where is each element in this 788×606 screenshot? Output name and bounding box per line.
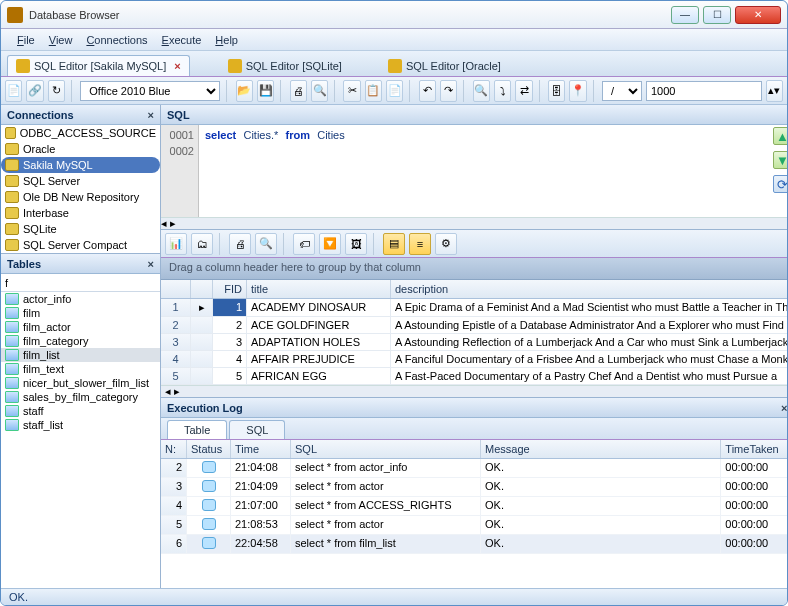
row-marker[interactable]: ▸: [191, 299, 213, 316]
tool-connections-icon[interactable]: 🔗: [26, 80, 43, 102]
log-col-timetaken[interactable]: TimeTaken: [721, 440, 788, 458]
export-excel-icon[interactable]: 📊: [165, 233, 187, 255]
refresh-icon[interactable]: ⟳: [773, 175, 788, 193]
cell-description[interactable]: A Astounding Epistle of a Database Admin…: [391, 317, 788, 333]
cell-description[interactable]: A Astounding Reflection of a Lumberjack …: [391, 334, 788, 350]
connection-item[interactable]: Interbase: [1, 205, 160, 221]
connection-item[interactable]: SQL Server Compact: [1, 237, 160, 253]
tables-filter-input[interactable]: [1, 274, 160, 292]
cell-title[interactable]: ACADEMY DINOSAUR: [247, 299, 391, 316]
cell-fid[interactable]: 4: [213, 351, 247, 367]
tool-refresh-icon[interactable]: ↻: [48, 80, 65, 102]
sql-editor[interactable]: select Cities.* from Cities: [199, 125, 788, 217]
tag-icon[interactable]: 🏷: [293, 233, 315, 255]
connection-item[interactable]: Sakila MySQL: [1, 157, 160, 173]
export-data-icon[interactable]: 🗂: [191, 233, 213, 255]
print-icon[interactable]: 🖨: [290, 80, 307, 102]
image-icon[interactable]: 🖼: [345, 233, 367, 255]
copy-icon[interactable]: 📋: [365, 80, 382, 102]
row-marker[interactable]: [191, 317, 213, 333]
cell-title[interactable]: ACE GOLDFINGER: [247, 317, 391, 333]
log-col-time[interactable]: Time: [231, 440, 291, 458]
table-item[interactable]: staff: [1, 404, 160, 418]
cell-description[interactable]: A Epic Drama of a Feminist And a Mad Sci…: [391, 299, 788, 316]
divider-select[interactable]: /: [602, 81, 642, 101]
table-row[interactable]: 55AFRICAN EGGA Fast-Paced Documentary of…: [161, 368, 788, 385]
row-marker[interactable]: [191, 368, 213, 384]
connection-item[interactable]: SQLite: [1, 221, 160, 237]
replace-icon[interactable]: ⇄: [515, 80, 532, 102]
table-item[interactable]: actor_info: [1, 292, 160, 306]
log-row[interactable]: 321:04:09select * from actorOK.00:00:00: [161, 478, 788, 497]
undo-icon[interactable]: ↶: [419, 80, 436, 102]
grid-view-icon[interactable]: ▤: [383, 233, 405, 255]
log-col-message[interactable]: Message: [481, 440, 721, 458]
close-panel-icon[interactable]: ×: [148, 258, 154, 270]
col-selector[interactable]: [191, 280, 213, 298]
table-row[interactable]: 44AFFAIR PREJUDICEA Fanciful Documentary…: [161, 351, 788, 368]
close-panel-icon[interactable]: ×: [148, 109, 154, 121]
connection-item[interactable]: Oracle: [1, 141, 160, 157]
card-view-icon[interactable]: ≡: [409, 233, 431, 255]
menu-execute[interactable]: Execute: [156, 32, 208, 48]
col-fid[interactable]: FID: [213, 280, 247, 298]
cut-icon[interactable]: ✂: [343, 80, 360, 102]
print-grid-icon[interactable]: 🖨: [229, 233, 251, 255]
log-row[interactable]: 221:04:08select * from actor_infoOK.00:0…: [161, 459, 788, 478]
save-icon[interactable]: 💾: [257, 80, 274, 102]
editor-tab-sakila[interactable]: SQL Editor [Sakila MySQL] ×: [7, 55, 190, 76]
close-tab-icon[interactable]: ×: [174, 60, 180, 72]
minimize-button[interactable]: —: [671, 6, 699, 24]
editor-tab-sqlite[interactable]: SQL Editor [SQLite]: [220, 56, 350, 76]
cell-fid[interactable]: 1: [213, 299, 247, 316]
cell-fid[interactable]: 5: [213, 368, 247, 384]
goto-icon[interactable]: 📍: [569, 80, 586, 102]
row-marker[interactable]: [191, 351, 213, 367]
table-item[interactable]: film: [1, 306, 160, 320]
tool-sql-icon[interactable]: 📄: [5, 80, 22, 102]
cell-fid[interactable]: 3: [213, 334, 247, 350]
find-icon[interactable]: 🔍: [473, 80, 490, 102]
log-row[interactable]: 622:04:58select * from film_listOK.00:00…: [161, 535, 788, 554]
find-next-icon[interactable]: ⤵: [494, 80, 511, 102]
maximize-button[interactable]: ☐: [703, 6, 731, 24]
preview-icon[interactable]: 🔍: [311, 80, 328, 102]
menu-file[interactable]: File: [11, 32, 41, 48]
col-description[interactable]: description: [391, 280, 788, 298]
close-panel-icon[interactable]: ×: [781, 402, 787, 414]
cell-title[interactable]: AFFAIR PREJUDICE: [247, 351, 391, 367]
theme-select[interactable]: Office 2010 Blue: [80, 81, 220, 101]
table-item[interactable]: nicer_but_slower_film_list: [1, 376, 160, 390]
col-title[interactable]: title: [247, 280, 391, 298]
execute-up-icon[interactable]: ▲: [773, 127, 788, 145]
cell-title[interactable]: AFRICAN EGG: [247, 368, 391, 384]
table-row[interactable]: 22ACE GOLDFINGERA Astounding Epistle of …: [161, 317, 788, 334]
redo-icon[interactable]: ↷: [440, 80, 457, 102]
sql-scrollbar[interactable]: ◂ ▸: [161, 217, 788, 229]
menu-help[interactable]: Help: [209, 32, 244, 48]
close-button[interactable]: ✕: [735, 6, 781, 24]
log-row[interactable]: 521:08:53select * from actorOK.00:00:00: [161, 516, 788, 535]
table-item[interactable]: film_actor: [1, 320, 160, 334]
table-row[interactable]: 33ADAPTATION HOLESA Astounding Reflectio…: [161, 334, 788, 351]
count-stepper[interactable]: ▴▾: [766, 80, 783, 102]
table-item[interactable]: sales_by_film_category: [1, 390, 160, 404]
table-item[interactable]: staff_list: [1, 418, 160, 432]
table-item[interactable]: film_list: [1, 348, 160, 362]
log-col-status[interactable]: Status: [187, 440, 231, 458]
log-tab-sql[interactable]: SQL: [229, 420, 285, 439]
database-icon[interactable]: 🗄: [548, 80, 565, 102]
paste-icon[interactable]: 📄: [386, 80, 403, 102]
table-item[interactable]: film_text: [1, 362, 160, 376]
cell-description[interactable]: A Fanciful Documentary of a Frisbee And …: [391, 351, 788, 367]
menu-connections[interactable]: Connections: [80, 32, 153, 48]
editor-tab-oracle[interactable]: SQL Editor [Oracle]: [380, 56, 509, 76]
settings-icon[interactable]: ⚙: [435, 233, 457, 255]
cell-title[interactable]: ADAPTATION HOLES: [247, 334, 391, 350]
filter-icon[interactable]: 🔽: [319, 233, 341, 255]
open-icon[interactable]: 📂: [236, 80, 253, 102]
table-row[interactable]: 1▸1ACADEMY DINOSAURA Epic Drama of a Fem…: [161, 299, 788, 317]
row-marker[interactable]: [191, 334, 213, 350]
log-row[interactable]: 421:07:00select * from ACCESS_RIGHTSOK.0…: [161, 497, 788, 516]
table-item[interactable]: film_category: [1, 334, 160, 348]
